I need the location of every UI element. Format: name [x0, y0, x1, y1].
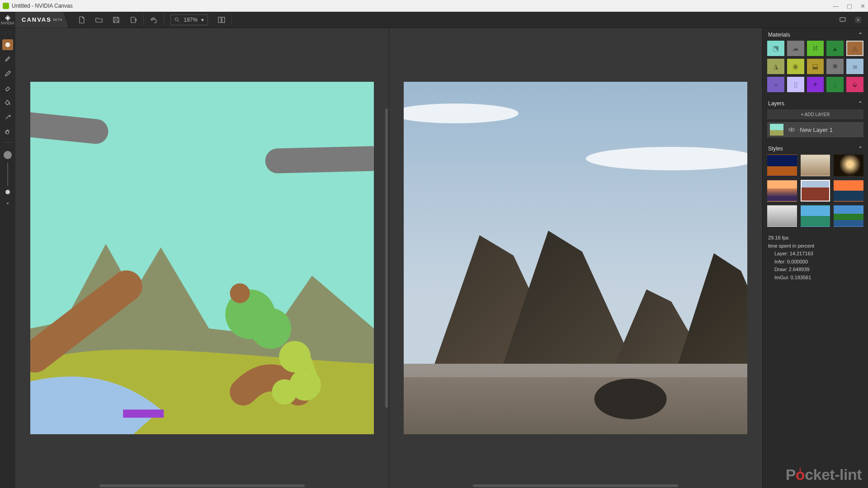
material-fog[interactable]: ▯ [787, 77, 804, 92]
materials-header[interactable]: Materials ⌃ [763, 28, 868, 41]
panel-title: Materials [768, 32, 790, 38]
eye-icon[interactable] [788, 126, 795, 133]
material-mountain[interactable]: ◬ [846, 41, 863, 56]
drag-handle-icon[interactable]: ⋮⋮ [3, 31, 12, 36]
watermark: Pocket-lint [786, 466, 862, 483]
zoom-control[interactable]: 197% ▾ [170, 14, 208, 25]
panel-title: Layers [768, 100, 784, 107]
style-cave-light[interactable] [834, 155, 863, 176]
close-button[interactable]: ✕ [860, 3, 865, 9]
svg-point-8 [791, 129, 793, 131]
layer-name: New Layer 1 [800, 127, 833, 133]
layer-thumbnail [770, 124, 783, 136]
svg-point-4 [857, 19, 859, 20]
workspace [15, 28, 762, 488]
brush-size-min [7, 202, 9, 204]
stats-block: 29.16 fps time spent in percent Layer: 1… [763, 231, 868, 285]
material-grass[interactable]: ⵍ [807, 41, 824, 56]
materials-grid: ⬔☁ⵍ▲◬◮◉⬓✱≣≈▯✦⌂⬙ [763, 41, 868, 97]
tool-eyedropper[interactable] [2, 112, 13, 122]
stats-heading: time spent in percent [768, 242, 863, 250]
tool-brush[interactable] [2, 54, 13, 65]
save-icon[interactable] [113, 16, 120, 23]
svg-rect-1 [218, 17, 221, 23]
window-title: Untitled - NVIDIA Canvas [12, 3, 73, 9]
zoom-icon [175, 17, 180, 23]
split-view-icon[interactable] [218, 16, 225, 23]
tool-material-picker[interactable] [2, 39, 13, 50]
tool-rail: ⋮⋮ [0, 28, 15, 488]
style-sunset-clouds[interactable] [767, 180, 797, 202]
svg-point-0 [175, 18, 178, 21]
stats-infer: Infer: 0.000000 [768, 258, 863, 266]
chevron-up-icon: ⌃ [858, 100, 863, 107]
maximize-button[interactable]: ▢ [847, 3, 852, 9]
segmentation-canvas[interactable] [30, 82, 374, 434]
brush-size-handle[interactable] [5, 190, 10, 194]
app-name-tab: CANVASBETA [15, 12, 68, 28]
tool-fill[interactable] [2, 97, 13, 108]
chevron-up-icon: ⌃ [858, 145, 863, 152]
app-icon [3, 3, 9, 9]
style-ocean-sunset[interactable] [834, 180, 863, 202]
tool-pencil[interactable] [2, 68, 13, 79]
material-bush[interactable]: ⌂ [826, 77, 844, 92]
svg-rect-2 [222, 17, 225, 23]
new-file-icon[interactable] [78, 16, 85, 23]
stats-layer: Layer: 14.217163 [768, 250, 863, 258]
material-dirt[interactable]: ⬓ [807, 59, 824, 74]
stats-imgui: ImGui: 0.183561 [768, 274, 863, 282]
nvidia-logo: ◈ NVIDIA [0, 14, 15, 25]
material-water[interactable]: ≈ [767, 77, 784, 92]
tool-pan[interactable] [2, 126, 13, 137]
material-hill[interactable]: ▲ [826, 41, 844, 56]
svg-rect-3 [840, 18, 845, 21]
layers-header[interactable]: Layers ⌃ [763, 97, 868, 109]
chevron-down-icon: ▾ [201, 17, 204, 23]
material-tree[interactable]: ◉ [787, 59, 804, 74]
minimize-button[interactable]: — [833, 3, 839, 9]
material-rock[interactable]: ✱ [826, 59, 844, 74]
render-canvas [404, 82, 747, 434]
side-panel: Materials ⌃ ⬔☁ⵍ▲◬◮◉⬓✱≣≈▯✦⌂⬙ Layers ⌃ + A… [762, 28, 868, 488]
settings-icon[interactable] [854, 16, 862, 23]
render-pane[interactable] [389, 28, 763, 488]
style-alpine-lake[interactable] [834, 205, 863, 227]
horizontal-scrollbar[interactable] [473, 484, 678, 487]
styles-grid [763, 155, 868, 231]
vertical-scrollbar[interactable] [385, 108, 388, 408]
horizontal-scrollbar[interactable] [99, 484, 305, 487]
export-icon[interactable] [130, 16, 137, 23]
layer-row[interactable]: New Layer 1 [767, 122, 863, 137]
material-cloud[interactable]: ☁ [787, 41, 804, 56]
style-night-monuments[interactable] [767, 155, 797, 176]
style-snowy-peaks[interactable] [767, 205, 797, 227]
segmentation-pane[interactable] [15, 28, 389, 488]
stats-fps: 29.16 fps [768, 234, 863, 242]
stats-draw: Draw: 2.648939 [768, 266, 863, 274]
titlebar: Untitled - NVIDIA Canvas — ▢ ✕ [0, 0, 868, 12]
style-cloud-sea[interactable] [801, 155, 830, 176]
material-sky[interactable]: ⬔ [767, 41, 784, 56]
material-flower[interactable]: ✦ [807, 77, 824, 92]
brush-size-track[interactable] [7, 163, 8, 186]
style-tropical-bay[interactable] [801, 205, 830, 227]
styles-header[interactable]: Styles ⌃ [763, 142, 868, 155]
add-layer-button[interactable]: + ADD LAYER [767, 109, 863, 119]
material-snow[interactable]: ≣ [846, 59, 863, 74]
material-river[interactable]: ⬙ [846, 77, 863, 92]
tool-eraser[interactable] [2, 83, 13, 94]
menubar: ◈ NVIDIA CANVASBETA 197% ▾ [0, 12, 868, 28]
svg-point-6 [9, 103, 10, 104]
chevron-up-icon: ⌃ [858, 32, 863, 38]
open-file-icon[interactable] [95, 16, 103, 23]
panel-title: Styles [768, 145, 783, 152]
brush-size-preview [4, 151, 12, 159]
material-sand[interactable]: ◮ [767, 59, 784, 74]
style-red-mountains[interactable] [801, 180, 830, 202]
svg-point-5 [5, 42, 10, 47]
feedback-icon[interactable] [839, 16, 846, 23]
undo-icon[interactable] [150, 16, 157, 23]
zoom-value: 197% [184, 17, 198, 23]
